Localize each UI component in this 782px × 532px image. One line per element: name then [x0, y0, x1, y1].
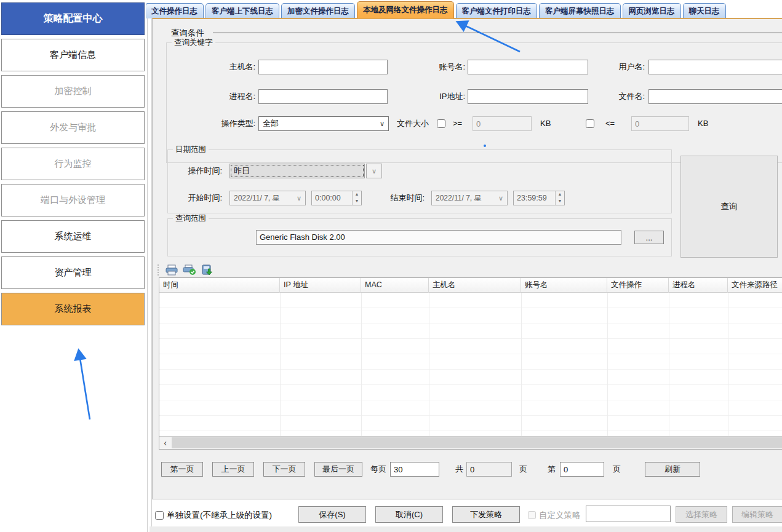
tab-local-network-file-log[interactable]: 本地及网络文件操作日志 — [357, 1, 454, 18]
date-range-group-label: 日期范围 — [173, 145, 209, 154]
account-input[interactable] — [468, 60, 588, 74]
search-button[interactable]: 查询 — [680, 156, 778, 258]
select-policy-button[interactable]: 选择策略 — [676, 506, 727, 523]
ip-input[interactable] — [468, 89, 588, 104]
tab-web-browse-log[interactable]: 网页浏览日志 — [623, 3, 681, 18]
save-button[interactable]: 保存(S) — [298, 506, 366, 523]
current-page-input[interactable] — [560, 462, 604, 477]
start-date-picker[interactable]: 2022/11/ 7, 星 ∨ — [229, 191, 306, 205]
spin-up-icon[interactable]: ▲ — [353, 191, 361, 198]
keyword-group-label: 查询关键字 — [172, 38, 215, 47]
per-page-input[interactable] — [390, 462, 439, 477]
toolbar-grip[interactable] — [158, 264, 160, 276]
sidebar-item-system-report[interactable]: 系统报表 — [1, 293, 145, 325]
app-window: 策略配置中心 客户端信息 加密控制 外发与审批 行为监控 端口与外设管理 系统运… — [0, 0, 782, 532]
operation-time-dropdown-button[interactable]: ∨ — [366, 164, 382, 178]
tab-encrypt-file-log[interactable]: 加密文件操作日志 — [281, 3, 355, 18]
ip-label: IP地址: — [410, 89, 465, 104]
username-label: 用户名: — [589, 60, 645, 74]
sidebar-item-policy-center[interactable]: 策略配置中心 — [1, 2, 145, 35]
start-time-value: 0:00:00 — [312, 191, 352, 205]
last-page-button[interactable]: 最后一页 — [314, 462, 362, 477]
sidebar-item-port-device[interactable]: 端口与外设管理 — [1, 184, 145, 216]
filename-input[interactable] — [648, 89, 782, 104]
col-time[interactable]: 时间 — [159, 278, 280, 293]
col-mac[interactable]: MAC — [361, 278, 429, 293]
col-source-path[interactable]: 文件来源路径 — [728, 278, 782, 293]
end-time-label: 结束时间: — [380, 191, 425, 205]
operation-time-select[interactable]: 昨日 — [229, 164, 365, 178]
next-page-button[interactable]: 下一页 — [263, 462, 305, 477]
sidebar-item-asset-mgmt[interactable]: 资产管理 — [1, 256, 145, 289]
username-input[interactable] — [648, 60, 782, 74]
col-file-op[interactable]: 文件操作 — [607, 278, 669, 293]
edit-policy-button[interactable]: 编辑策略 — [732, 506, 782, 523]
custom-policy-input[interactable] — [586, 506, 671, 522]
total-pages-prefix: 共 — [455, 462, 463, 477]
sidebar-item-behavior-monitor[interactable]: 行为监控 — [1, 148, 145, 180]
horizontal-scrollbar[interactable]: ‹ — [159, 436, 782, 449]
lte-label: <= — [605, 116, 615, 131]
filesize-min-input[interactable] — [473, 116, 532, 131]
sidebar-item-outgoing-approve[interactable]: 外发与审批 — [1, 111, 145, 144]
sidebar-item-encrypt-control[interactable]: 加密控制 — [1, 75, 145, 108]
chevron-down-icon: ∨ — [367, 167, 381, 175]
start-time-spinner[interactable]: 0:00:00 ▲▼ — [311, 191, 362, 205]
spin-up-icon[interactable]: ▲ — [556, 191, 564, 198]
hostname-input[interactable] — [258, 60, 388, 74]
current-page-unit: 页 — [613, 462, 621, 477]
operation-time-label: 操作时间: — [178, 164, 222, 178]
process-input[interactable] — [258, 89, 388, 104]
tab-screen-snapshot-log[interactable]: 客户端屏幕快照日志 — [539, 3, 621, 18]
custom-policy-checkbox[interactable] — [528, 511, 536, 519]
start-date-value: 2022/11/ 7, 星 — [230, 193, 293, 204]
refresh-button[interactable]: 刷新 — [645, 462, 700, 477]
standalone-settings-checkbox[interactable] — [155, 511, 164, 520]
operation-type-label: 操作类型: — [200, 116, 255, 131]
log-results-table: 时间 IP 地址 MAC 主机名 账号名 文件操作 进程名 文件来源路径 ‹ — [159, 277, 782, 450]
end-time-spinner[interactable]: 23:59:59 ▲▼ — [513, 191, 565, 205]
scrollbar-thumb[interactable] — [172, 437, 782, 448]
deploy-policy-button[interactable]: 下发策略 — [452, 506, 520, 523]
first-page-button[interactable]: 第一页 — [161, 462, 203, 477]
spin-down-icon[interactable]: ▼ — [556, 198, 564, 205]
col-process[interactable]: 进程名 — [669, 278, 728, 293]
scope-value-field[interactable]: Generic Flash Disk 2.00 — [256, 230, 621, 245]
export-icon[interactable] — [201, 264, 214, 276]
col-hostname[interactable]: 主机名 — [429, 278, 521, 293]
cancel-button[interactable]: 取消(C) — [375, 506, 443, 523]
col-account[interactable]: 账号名 — [521, 278, 607, 293]
table-header-row: 时间 IP 地址 MAC 主机名 账号名 文件操作 进程名 文件来源路径 — [159, 278, 782, 293]
tab-client-onoff-log[interactable]: 客户端上下线日志 — [205, 3, 279, 18]
query-conditions-title: 查询条件 — [171, 28, 204, 39]
sidebar-item-client-info[interactable]: 客户端信息 — [1, 39, 145, 71]
filesize-max-input[interactable] — [631, 116, 689, 131]
operation-type-value: 全部 — [259, 118, 376, 129]
sidebar-splitter[interactable] — [147, 18, 152, 532]
spinner-buttons[interactable]: ▲▼ — [352, 191, 361, 205]
scroll-left-icon[interactable]: ‹ — [159, 437, 171, 449]
print-preview-icon[interactable] — [183, 264, 196, 276]
prev-page-button[interactable]: 上一页 — [212, 462, 254, 477]
bottom-strip — [150, 526, 782, 532]
filesize-max-checkbox[interactable] — [586, 119, 594, 128]
current-page-prefix: 第 — [548, 462, 556, 477]
process-label: 进程名: — [200, 89, 255, 104]
spin-down-icon[interactable]: ▼ — [353, 198, 361, 205]
sidebar-item-system-ops[interactable]: 系统运维 — [1, 220, 145, 253]
col-ip[interactable]: IP 地址 — [280, 278, 361, 293]
per-page-label: 每页 — [370, 462, 386, 477]
operation-type-select[interactable]: 全部 ∨ — [258, 116, 389, 131]
chevron-down-icon: ∨ — [293, 194, 305, 202]
scope-browse-button[interactable]: ... — [634, 231, 664, 244]
tab-client-print-log[interactable]: 客户端文件打印日志 — [456, 3, 538, 18]
tab-file-op-log[interactable]: 文件操作日志 — [146, 3, 204, 18]
start-time-label: 开始时间: — [178, 191, 222, 205]
operation-time-value: 昨日 — [230, 165, 364, 177]
end-date-picker[interactable]: 2022/11/ 7, 星 ∨ — [431, 191, 508, 205]
end-time-value: 23:59:59 — [514, 191, 555, 205]
print-icon[interactable] — [165, 264, 178, 276]
tab-chat-log[interactable]: 聊天日志 — [683, 3, 726, 18]
spinner-buttons[interactable]: ▲▼ — [555, 191, 564, 205]
filesize-min-checkbox[interactable] — [437, 119, 445, 128]
